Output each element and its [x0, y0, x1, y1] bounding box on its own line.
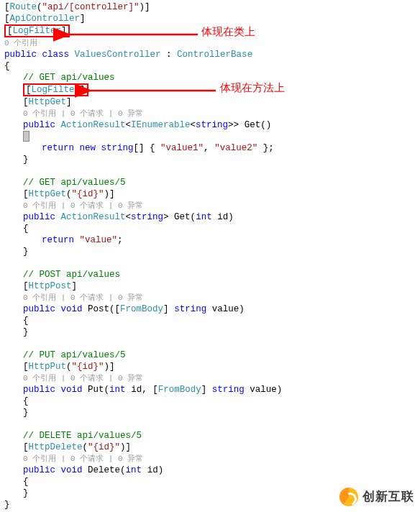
code-line: }: [4, 154, 416, 165]
blank-line: [4, 165, 416, 177]
watermark-logo-icon: [339, 488, 358, 506]
code-line: public ActionResult<string> Get(int id): [4, 211, 416, 223]
code-line: [HttpGet("{id}")]: [4, 188, 416, 200]
code-line: {: [4, 396, 416, 407]
code-line: public class ValuesController : Controll…: [4, 49, 416, 60]
code-line: [HttpPost]: [4, 280, 416, 292]
watermark: 创新互联: [339, 488, 414, 506]
code-line: [LogFilter]: [4, 83, 416, 96]
code-line: [LogFilter]: [4, 24, 416, 37]
code-line: }: [4, 326, 416, 338]
code-comment: // DELETE api/values/5: [4, 430, 416, 442]
cursor: [23, 131, 29, 142]
code-comment: // POST api/values: [4, 269, 416, 280]
code-line: [ApiController]: [4, 13, 416, 24]
codelens[interactable]: 0 个引用 | 0 个请求 | 0 异常: [4, 108, 416, 119]
code-line: [4, 131, 416, 142]
code-comment: // GET api/values: [4, 72, 416, 83]
code-line: public void Delete(int id): [4, 465, 416, 476]
blank-line: [4, 338, 416, 349]
code-line: {: [4, 476, 416, 488]
code-line: return "value";: [4, 234, 416, 246]
code-comment: // PUT api/values/5: [4, 349, 416, 361]
blank-line: [4, 419, 416, 430]
blank-line: [4, 257, 416, 269]
logfilter-class-attr: [LogFilter]: [4, 24, 70, 37]
code-line: public void Post([FromBody] string value…: [4, 303, 416, 315]
code-line: {: [4, 60, 416, 72]
code-line: public ActionResult<IEnumerable<string>>…: [4, 119, 416, 131]
code-line: return new string[] { "value1", "value2"…: [4, 142, 416, 154]
code-line: [HttpGet]: [4, 96, 416, 108]
logfilter-method-attr: [LogFilter]: [23, 83, 88, 96]
code-line: [Route("api/[controller]")]: [4, 1, 416, 13]
codelens[interactable]: 0 个引用 | 0 个请求 | 0 异常: [4, 453, 416, 465]
code-line: {: [4, 315, 416, 326]
watermark-text: 创新互联: [362, 491, 414, 503]
codelens[interactable]: 0 个引用 | 0 个请求 | 0 异常: [4, 200, 416, 211]
code-line: {: [4, 223, 416, 234]
code-line: }: [4, 407, 416, 419]
codelens[interactable]: 0 个引用: [4, 37, 416, 49]
code-line: [HttpDelete("{id}")]: [4, 442, 416, 453]
code-comment: // GET api/values/5: [4, 177, 416, 188]
codelens[interactable]: 0 个引用 | 0 个请求 | 0 异常: [4, 292, 416, 303]
codelens[interactable]: 0 个引用 | 0 个请求 | 0 异常: [4, 372, 416, 384]
code-line: public void Put(int id, [FromBody] strin…: [4, 384, 416, 396]
code-line: }: [4, 246, 416, 257]
code-line: [HttpPut("{id}")]: [4, 361, 416, 372]
